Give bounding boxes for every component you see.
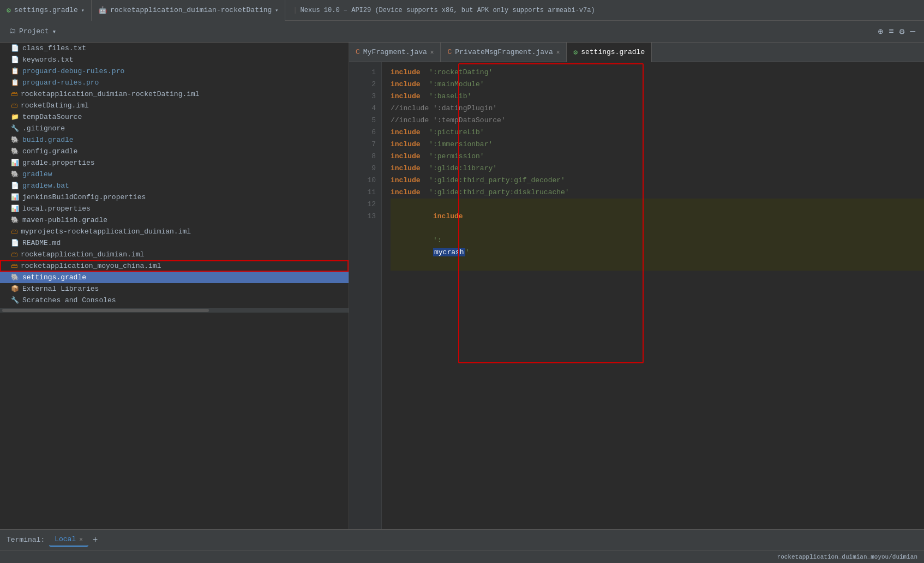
file-name: keywords.txt	[22, 56, 74, 64]
terminal-tab-close[interactable]: ✕	[79, 536, 83, 543]
title-tab-arrow: ▾	[81, 7, 85, 14]
code-line-10: include ':glide:third_party:gif_decoder'	[391, 175, 924, 187]
file-icon-gradlew: 🐘	[11, 170, 19, 178]
line-num-6[interactable]: 6	[349, 127, 381, 139]
file-icon-pro2: 📋	[11, 79, 19, 87]
file-name: rocketapplication_duimian-rocketDating.i…	[21, 90, 200, 98]
terminal-label: Terminal:	[7, 536, 45, 544]
file-item-gradle-properties[interactable]: 📊 gradle.properties	[0, 157, 349, 169]
file-item-gitignore[interactable]: 🔧 .gitignore	[0, 123, 349, 134]
line-num-2[interactable]: 2	[349, 79, 381, 91]
toolbar-sort-icon[interactable]: ≡	[889, 27, 894, 37]
file-name: build.gradle	[22, 136, 74, 144]
title-tab-android-label: rocketapplication_duimian-rocketDating	[110, 6, 272, 14]
line-num-3[interactable]: 3	[349, 91, 381, 103]
file-name: tempDataSource	[22, 113, 82, 121]
code-line-6: include ':pictureLib'	[391, 127, 924, 139]
android-icon: 🤖	[98, 6, 107, 15]
file-item-rocketapp-iml[interactable]: 🗃 rocketapplication_duimian.iml	[0, 249, 349, 260]
code-line-12: include ': mycrash'	[391, 199, 924, 271]
file-name: settings.gradle	[22, 273, 86, 282]
file-item-myprojects-iml[interactable]: 🗃 myprojects-rocketapplication_duimian.i…	[0, 226, 349, 237]
file-icon-settings-gradle: 🐘	[11, 273, 19, 282]
file-item-jenkins-build[interactable]: 📊 jenkinsBuildConfig.properties	[0, 191, 349, 203]
code-editor[interactable]: include ':rocketDating' include ':mainMo…	[382, 62, 924, 529]
file-item-rocketdating-iml[interactable]: 🗃 rocketDating.iml	[0, 100, 349, 111]
tab-label: MyFragment.java	[363, 48, 427, 56]
file-item-keywords-txt[interactable]: 📄 keywords.txt	[0, 54, 349, 65]
file-tree-sidebar[interactable]: 📄 class_files.txt 📄 keywords.txt 📋 progu…	[0, 43, 349, 529]
file-name: .gitignore	[22, 124, 65, 133]
file-name: rocketapplication_duimian.iml	[21, 250, 144, 259]
file-name: config.gradle	[22, 147, 77, 155]
file-item-proguard-debug[interactable]: 📋 proguard-debug-rules.pro	[0, 65, 349, 77]
tab-privatemsg[interactable]: C PrivateMsgFragment.java ✕	[441, 43, 567, 62]
file-icon-txt: 📄	[11, 44, 19, 52]
line-num-9[interactable]: 9	[349, 163, 381, 175]
terminal-tab-local[interactable]: Local ✕	[49, 533, 88, 547]
file-icon-iml2: 🗃	[11, 101, 17, 110]
file-item-tempdatasource[interactable]: 📁 tempDataSource	[0, 111, 349, 123]
file-item-local-properties[interactable]: 📊 local.properties	[0, 203, 349, 214]
file-name: External Libraries	[22, 285, 99, 293]
file-item-external-libs[interactable]: 📦 External Libraries	[0, 283, 349, 295]
file-item-maven-gradle[interactable]: 🐘 maven-publish.gradle	[0, 214, 349, 226]
file-item-build-gradle[interactable]: 🐘 build.gradle	[0, 134, 349, 146]
file-item-scratches[interactable]: 🔧 Scratches and Consoles	[0, 295, 349, 306]
code-line-11: include ':glide:third_party:disklrucache…	[391, 187, 924, 199]
editor-area: C MyFragment.java ✕ C PrivateMsgFragment…	[349, 43, 924, 529]
file-name: gradle.properties	[22, 159, 95, 167]
tab-settings-gradle[interactable]: ⚙ settings.gradle	[567, 43, 652, 62]
terminal-tab-local-label: Local	[55, 535, 76, 543]
terminal-add-button[interactable]: +	[93, 535, 98, 545]
file-item-settings-gradle[interactable]: 🐘 settings.gradle	[0, 272, 349, 283]
file-name: myprojects-rocketapplication_duimian.iml	[21, 227, 191, 236]
title-bar: ⚙ settings.gradle ▾ 🤖 rocketapplication_…	[0, 0, 924, 21]
title-tab-settings[interactable]: ⚙ settings.gradle ▾	[0, 0, 92, 21]
toolbar-minimize-icon[interactable]: —	[910, 27, 915, 37]
file-name: maven-publish.gradle	[22, 216, 107, 224]
file-name: rocketDating.iml	[21, 101, 89, 110]
title-tab-android[interactable]: 🤖 rocketapplication_duimian-rocketDating…	[92, 0, 285, 21]
status-bar: rocketapplication_duimian_moyou/duimian	[0, 550, 924, 563]
tab-label-active: settings.gradle	[581, 48, 645, 56]
tab-myfragment[interactable]: C MyFragment.java ✕	[349, 43, 441, 62]
line-num-10[interactable]: 10	[349, 175, 381, 187]
file-item-config-gradle[interactable]: 🐘 config.gradle	[0, 146, 349, 157]
file-name: jenkinsBuildConfig.properties	[22, 193, 146, 201]
file-name: gradlew.bat	[22, 182, 69, 190]
file-item-rocket-iml[interactable]: 🗃 rocketapplication_duimian-rocketDating…	[0, 88, 349, 100]
line-num-5[interactable]: 5	[349, 115, 381, 127]
file-item-class-files-txt[interactable]: 📄 class_files.txt	[0, 43, 349, 54]
line-num-7[interactable]: 7	[349, 139, 381, 151]
line-num-4[interactable]: 4	[349, 103, 381, 115]
code-line-7: include ':immersionbar'	[391, 139, 924, 151]
code-line-8: include ':permission'	[391, 151, 924, 163]
device-label: Nexus 10.0 – API29 (Device supports x86,…	[301, 7, 595, 14]
line-numbers: 1 2 3 4 5 6 7 8 9 10 11 12 13	[349, 62, 382, 529]
file-icon-gitignore: 🔧	[11, 124, 19, 133]
editor-tabs: C MyFragment.java ✕ C PrivateMsgFragment…	[349, 43, 924, 62]
line-num-12[interactable]: 12	[349, 199, 381, 211]
file-item-readme[interactable]: 📄 README.md	[0, 237, 349, 249]
line-num-1[interactable]: 1	[349, 67, 381, 79]
line-num-11[interactable]: 11	[349, 187, 381, 199]
file-item-rocketapp-moyou[interactable]: 🗃 rocketapplication_moyou_china.iml	[0, 260, 349, 272]
toolbar-settings-icon[interactable]: ⚙	[899, 26, 905, 37]
file-icon-maven: 🐘	[11, 216, 19, 224]
toolbar-target-icon[interactable]: ⊕	[878, 26, 884, 37]
tab-close-1[interactable]: ✕	[430, 49, 434, 56]
code-line-2: include ':mainModule'	[391, 79, 924, 91]
file-icon-pro: 📋	[11, 67, 19, 75]
line-num-13[interactable]: 13	[349, 211, 381, 223]
line-num-8[interactable]: 8	[349, 151, 381, 163]
code-line-13	[391, 271, 924, 283]
file-item-gradlew[interactable]: 🐘 gradlew	[0, 169, 349, 180]
code-line-9: include ':glide:library'	[391, 163, 924, 175]
file-item-proguard-rules[interactable]: 📋 proguard-rules.pro	[0, 77, 349, 88]
file-icon-gradle: 🐘	[11, 136, 19, 144]
file-name: proguard-rules.pro	[22, 79, 99, 87]
tab-close-2[interactable]: ✕	[556, 49, 560, 56]
project-folder-icon: 🗂	[9, 27, 16, 35]
file-item-gradlew-bat[interactable]: 📄 gradlew.bat	[0, 180, 349, 191]
